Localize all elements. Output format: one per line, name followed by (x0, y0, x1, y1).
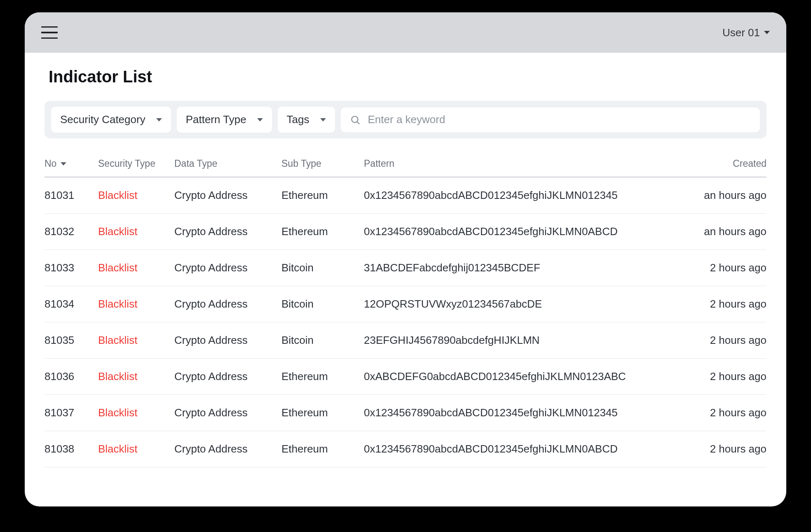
cell-created: 2 hours ago (676, 431, 766, 467)
cell-no: 81035 (45, 322, 98, 359)
col-header-no[interactable]: No (45, 158, 98, 177)
table-row[interactable]: 81032BlacklistCrypto AddressEthereum0x12… (45, 214, 766, 250)
cell-security_type: Blacklist (98, 286, 174, 322)
table-header-row: No Security Type Data Type Sub Type Patt… (45, 158, 766, 177)
cell-created: 2 hours ago (676, 322, 766, 359)
cell-sub_type: Ethereum (281, 431, 364, 467)
cell-sub_type: Ethereum (281, 177, 364, 214)
cell-pattern: 23EFGHIJ4567890abcdefgHIJKLMN (364, 322, 676, 359)
cell-created: 2 hours ago (676, 286, 766, 322)
cell-security_type: Blacklist (98, 214, 174, 250)
pattern-type-dropdown[interactable]: Pattern Type (177, 107, 272, 133)
table-row[interactable]: 81033BlacklistCrypto AddressBitcoin31ABC… (45, 250, 766, 286)
cell-data_type: Crypto Address (174, 395, 281, 431)
cell-sub_type: Bitcoin (281, 322, 364, 359)
cell-pattern: 0x1234567890abcdABCD012345efghiJKLMN0ABC… (364, 214, 676, 250)
search-input[interactable] (368, 113, 751, 126)
chevron-down-icon (61, 162, 66, 166)
chevron-down-icon (156, 118, 162, 121)
app-window: User 01 Indicator List Security Category… (25, 12, 786, 506)
cell-pattern: 12OPQRSTUVWxyz01234567abcDE (364, 286, 676, 322)
col-header-created[interactable]: Created (676, 158, 766, 177)
search-box (341, 107, 760, 132)
tags-dropdown[interactable]: Tags (278, 107, 335, 133)
cell-created: 2 hours ago (676, 250, 766, 286)
cell-no: 81036 (45, 359, 98, 395)
chevron-down-icon (320, 118, 326, 121)
cell-pattern: 0x1234567890abcdABCD012345efghiJKLMN0123… (364, 395, 676, 431)
user-label: User 01 (722, 26, 760, 39)
chevron-down-icon (257, 118, 263, 121)
col-header-data-type[interactable]: Data Type (174, 158, 281, 177)
cell-sub_type: Bitcoin (281, 250, 364, 286)
svg-line-1 (357, 121, 359, 124)
topbar: User 01 (25, 12, 786, 53)
cell-sub_type: Ethereum (281, 214, 364, 250)
cell-data_type: Crypto Address (174, 214, 281, 250)
cell-created: an hours ago (676, 177, 766, 214)
table-row[interactable]: 81034BlacklistCrypto AddressBitcoin12OPQ… (45, 286, 766, 322)
col-header-label: No (45, 158, 56, 169)
cell-security_type: Blacklist (98, 322, 174, 359)
security-category-dropdown[interactable]: Security Category (51, 107, 171, 133)
cell-security_type: Blacklist (98, 177, 174, 214)
chevron-down-icon (764, 31, 770, 34)
cell-security_type: Blacklist (98, 431, 174, 467)
cell-security_type: Blacklist (98, 359, 174, 395)
cell-data_type: Crypto Address (174, 431, 281, 467)
cell-no: 81037 (45, 395, 98, 431)
cell-data_type: Crypto Address (174, 359, 281, 395)
cell-pattern: 31ABCDEFabcdefghij012345BCDEF (364, 250, 676, 286)
page-title: Indicator List (49, 68, 766, 86)
cell-sub_type: Ethereum (281, 395, 364, 431)
dropdown-label: Tags (287, 113, 309, 126)
cell-created: 2 hours ago (676, 395, 766, 431)
cell-no: 81033 (45, 250, 98, 286)
cell-data_type: Crypto Address (174, 250, 281, 286)
cell-no: 81034 (45, 286, 98, 322)
cell-no: 81031 (45, 177, 98, 214)
table-row[interactable]: 81038BlacklistCrypto AddressEthereum0x12… (45, 431, 766, 467)
search-icon (350, 114, 361, 125)
col-header-security-type[interactable]: Security Type (98, 158, 174, 177)
cell-data_type: Crypto Address (174, 286, 281, 322)
content-area: Indicator List Security Category Pattern… (25, 53, 786, 467)
table-row[interactable]: 81031BlacklistCrypto AddressEthereum0x12… (45, 177, 766, 214)
cell-pattern: 0x1234567890abcdABCD012345efghiJKLMN0123… (364, 177, 676, 214)
table-row[interactable]: 81035BlacklistCrypto AddressBitcoin23EFG… (45, 322, 766, 359)
cell-security_type: Blacklist (98, 250, 174, 286)
cell-pattern: 0xABCDEFG0abcdABCD012345efghiJKLMN0123AB… (364, 359, 676, 395)
col-header-pattern[interactable]: Pattern (364, 158, 676, 177)
table-row[interactable]: 81036BlacklistCrypto AddressEthereum0xAB… (45, 359, 766, 395)
cell-pattern: 0x1234567890abcdABCD012345efghiJKLMN0ABC… (364, 431, 676, 467)
cell-sub_type: Ethereum (281, 359, 364, 395)
cell-security_type: Blacklist (98, 395, 174, 431)
cell-no: 81032 (45, 214, 98, 250)
cell-data_type: Crypto Address (174, 322, 281, 359)
cell-sub_type: Bitcoin (281, 286, 364, 322)
table-row[interactable]: 81037BlacklistCrypto AddressEthereum0x12… (45, 395, 766, 431)
cell-data_type: Crypto Address (174, 177, 281, 214)
cell-created: an hours ago (676, 214, 766, 250)
dropdown-label: Security Category (60, 113, 145, 126)
user-menu[interactable]: User 01 (722, 26, 770, 39)
col-header-sub-type[interactable]: Sub Type (281, 158, 364, 177)
indicator-table: No Security Type Data Type Sub Type Patt… (45, 158, 766, 467)
filter-bar: Security Category Pattern Type Tags (45, 101, 766, 138)
menu-icon[interactable] (41, 26, 58, 39)
cell-no: 81038 (45, 431, 98, 467)
cell-created: 2 hours ago (676, 359, 766, 395)
dropdown-label: Pattern Type (186, 113, 246, 126)
